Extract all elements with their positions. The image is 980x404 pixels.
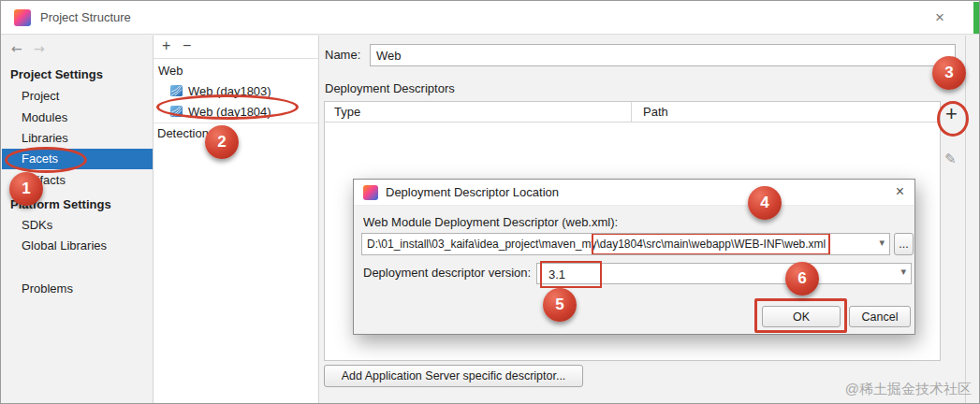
facets-tree-panel: + − Web Web (day1803) Web (day1804) Dete… <box>154 36 319 404</box>
tree-root-web[interactable]: Web <box>158 62 183 80</box>
tree-item-label: Web (day1804) <box>188 102 271 122</box>
path-prefix: D:\01_install\03_kaifa\idea_project\mave… <box>367 238 596 251</box>
web-facet-icon <box>169 83 183 97</box>
web-xml-path-combobox[interactable]: D:\01_install\03_kaifa\idea_project\mave… <box>361 233 890 255</box>
deployment-descriptor-dialog: Deployment Descriptor Location × Web Mod… <box>353 179 915 335</box>
web-xml-label: Web Module Deployment Descriptor (web.xm… <box>363 215 618 229</box>
chevron-down-icon[interactable]: ▾ <box>879 237 885 249</box>
window-titlebar: Project Structure × <box>1 1 979 35</box>
chevron-down-icon[interactable]: ▾ <box>900 266 906 278</box>
table-header: Type Path <box>325 102 940 123</box>
version-combobox[interactable]: 3.1 ▾ <box>536 263 912 284</box>
idea-logo-icon <box>14 9 31 26</box>
forward-arrow-icon[interactable]: → <box>34 41 45 56</box>
cancel-button[interactable]: Cancel <box>849 306 911 327</box>
back-arrow-icon[interactable]: ← <box>11 41 22 56</box>
sidebar-item-facets[interactable]: Facets <box>2 149 153 169</box>
sidebar-item-sdks[interactable]: SDKs <box>2 215 153 236</box>
tree-toolbar: + − <box>154 36 318 59</box>
deployment-descriptors-title: Deployment Descriptors <box>325 81 455 95</box>
idea-logo-icon <box>363 185 378 200</box>
remove-facet-icon[interactable]: − <box>183 37 191 54</box>
web-facet-icon <box>169 104 183 118</box>
version-value: 3.1 <box>545 266 597 283</box>
name-label: Name: <box>325 48 360 62</box>
tree-item-web-day1803[interactable]: Web (day1803) <box>154 81 318 101</box>
section-header-platform-settings: Platform Settings <box>2 195 153 215</box>
facet-name-input[interactable] <box>370 44 956 66</box>
add-descriptor-button[interactable]: + <box>945 102 958 126</box>
sidebar-item-libraries[interactable]: Libraries <box>2 128 153 149</box>
browse-button[interactable]: ... <box>894 233 914 255</box>
ok-button[interactable]: OK <box>762 306 841 327</box>
watermark: @稀土掘金技术社区 <box>845 381 972 398</box>
dialog-titlebar: Deployment Descriptor Location × <box>354 180 914 206</box>
tree-item-label: Web (day1803) <box>188 81 271 101</box>
project-structure-window: Project Structure × ← → Project Settings… <box>0 0 980 404</box>
tree-item-web-day1804[interactable]: Web (day1804) <box>154 102 318 122</box>
sidebar-item-artifacts[interactable]: Artifacts <box>2 170 153 191</box>
close-icon[interactable]: × <box>935 8 944 27</box>
window-title: Project Structure <box>40 10 131 24</box>
panel-divider <box>965 36 966 404</box>
sidebar-item-problems[interactable]: Problems <box>2 279 153 299</box>
column-header-path: Path <box>632 102 940 122</box>
dialog-title: Deployment Descriptor Location <box>386 185 559 199</box>
web-xml-path-value: D:\01_install\03_kaifa\idea_project\mave… <box>367 234 872 254</box>
sidebar-item-modules[interactable]: Modules <box>2 108 153 128</box>
version-label: Deployment descriptor version: <box>363 266 531 280</box>
settings-sidebar: ← → Project Settings Project Modules Lib… <box>2 36 154 404</box>
dialog-close-icon[interactable]: × <box>896 183 904 200</box>
add-app-server-descriptor-button[interactable]: Add Application Server specific descript… <box>324 365 583 387</box>
section-header-project-settings: Project Settings <box>2 65 153 85</box>
path-highlight: \day1804\src\main\webapp\WEB-INF\web.xml <box>596 238 826 251</box>
sidebar-item-global-libraries[interactable]: Global Libraries <box>2 236 153 256</box>
edit-descriptor-icon[interactable]: ✎ <box>944 151 957 167</box>
column-header-type: Type <box>325 102 632 122</box>
green-edge-strip <box>973 2 980 34</box>
detection-header: Detection <box>154 123 318 143</box>
sidebar-item-project[interactable]: Project <box>2 86 153 107</box>
add-facet-icon[interactable]: + <box>162 37 170 54</box>
